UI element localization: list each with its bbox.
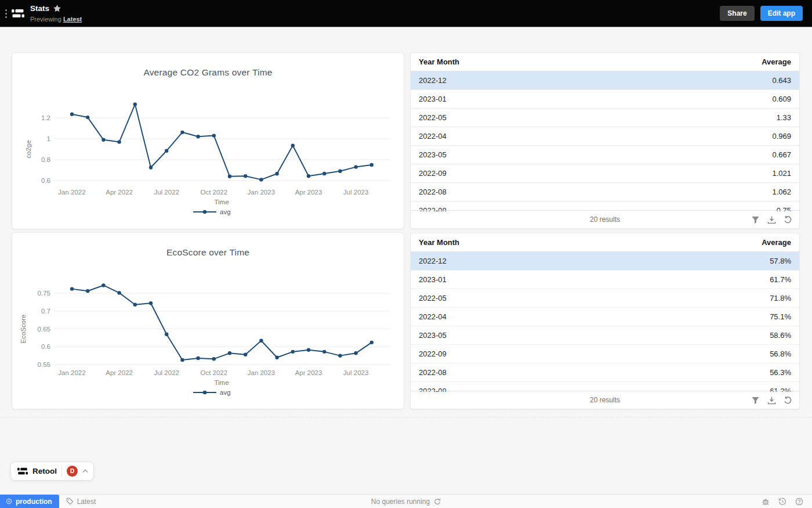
table-header-row: Year Month Average xyxy=(411,53,799,71)
cell-average: 0.609 xyxy=(772,95,791,103)
cell-average: 1.33 xyxy=(777,113,791,122)
svg-text:Oct 2022: Oct 2022 xyxy=(200,369,227,376)
history-icon[interactable] xyxy=(778,498,786,506)
refresh-icon[interactable] xyxy=(784,215,792,224)
kebab-menu-icon[interactable] xyxy=(5,9,7,18)
cell-average: 0.643 xyxy=(772,76,791,85)
table-row[interactable]: 2023-0161.7% xyxy=(411,271,799,289)
download-icon[interactable] xyxy=(767,396,776,405)
table-row[interactable]: 2022-091.021 xyxy=(411,164,799,183)
svg-text:Time: Time xyxy=(214,199,229,206)
co2-table-card: Year Month Average 2022-120.6432023-010.… xyxy=(410,52,800,229)
cell-year-month: 2023-05 xyxy=(419,150,447,159)
svg-text:Jul 2023: Jul 2023 xyxy=(343,189,368,196)
cell-average: 0.667 xyxy=(772,150,791,159)
table-row[interactable]: 2023-050.667 xyxy=(411,146,799,164)
ecoscore-chart-card: 0.750.70.650.60.55Jan 2022Apr 2022Jul 20… xyxy=(12,232,404,409)
column-header-average[interactable]: Average xyxy=(762,238,791,247)
table-row[interactable]: 2023-0558.6% xyxy=(411,326,799,345)
avatar[interactable]: D xyxy=(67,466,78,477)
svg-text:Time: Time xyxy=(214,379,229,386)
svg-text:Jan 2022: Jan 2022 xyxy=(58,189,85,196)
table-body: 2022-120.6432023-010.6092022-051.332022-… xyxy=(411,71,799,211)
header-right-group: Share Edit app xyxy=(720,6,812,21)
table-row[interactable]: 2022-0956.8% xyxy=(411,345,799,363)
tag-icon xyxy=(66,498,74,505)
filter-icon[interactable] xyxy=(751,396,760,405)
cell-average: 56.8% xyxy=(770,350,791,358)
status-bar: production Latest No queries running xyxy=(0,494,812,508)
canvas-divider xyxy=(0,417,812,417)
cell-average: 71.8% xyxy=(770,294,791,302)
chart-title: EcoScore over Time xyxy=(12,247,404,258)
column-header-average[interactable]: Average xyxy=(762,57,791,66)
table-row[interactable]: 2022-081.062 xyxy=(411,183,799,201)
header-left-group: Stats Previewing Latest xyxy=(0,3,82,24)
environment-label: production xyxy=(16,498,52,506)
cell-average: 56.3% xyxy=(770,368,791,377)
share-button[interactable]: Share xyxy=(720,6,754,21)
download-icon[interactable] xyxy=(767,215,776,224)
table-row[interactable]: 2022-1257.8% xyxy=(411,252,799,271)
co2-chart-card: 1.210.80.6Jan 2022Apr 2022Jul 2022Oct 20… xyxy=(12,52,404,229)
svg-text:avg: avg xyxy=(220,389,231,396)
pill-divider xyxy=(61,466,62,477)
cell-year-month: 2022-09 xyxy=(419,169,447,178)
table-row[interactable]: 2022-0571.8% xyxy=(411,289,799,308)
version-tag[interactable]: Latest xyxy=(66,498,96,506)
queries-refresh-icon xyxy=(434,498,441,505)
app-canvas: 1.210.80.6Jan 2022Apr 2022Jul 2022Oct 20… xyxy=(0,27,812,494)
svg-text:Oct 2022: Oct 2022 xyxy=(200,189,227,196)
table-body: 2022-1257.8%2023-0161.7%2022-0571.8%2022… xyxy=(411,252,799,392)
table-row[interactable]: 2022-120.643 xyxy=(411,71,799,90)
svg-text:0.55: 0.55 xyxy=(38,361,50,368)
favorite-star-icon[interactable] xyxy=(53,3,61,15)
svg-text:0.6: 0.6 xyxy=(41,177,50,184)
previewing-target-link[interactable]: Latest xyxy=(63,16,82,23)
environment-badge[interactable]: production xyxy=(0,495,59,508)
chevron-up-icon[interactable] xyxy=(82,469,88,473)
cell-year-month: 2022-12 xyxy=(419,76,447,85)
table-row[interactable]: 2023-010.609 xyxy=(411,90,799,109)
svg-text:Apr 2023: Apr 2023 xyxy=(295,369,322,376)
svg-text:Apr 2022: Apr 2022 xyxy=(106,369,133,376)
help-icon[interactable] xyxy=(795,498,803,506)
table-row[interactable]: 2022-0475.1% xyxy=(411,308,799,326)
retool-brand-label: Retool xyxy=(32,467,57,475)
table-header-row: Year Month Average xyxy=(411,233,799,252)
debug-bug-icon[interactable] xyxy=(762,498,770,506)
svg-text:Jan 2022: Jan 2022 xyxy=(58,369,85,376)
retool-badge[interactable]: Retool D xyxy=(10,462,94,481)
ecoscore-table-card: Year Month Average 2022-1257.8%2023-0161… xyxy=(410,233,800,409)
table-row[interactable]: 2022-051.33 xyxy=(411,109,799,127)
svg-text:Jul 2022: Jul 2022 xyxy=(154,369,179,376)
results-count: 20 results xyxy=(411,215,799,224)
filter-icon[interactable] xyxy=(751,215,760,224)
cell-year-month: 2022-05 xyxy=(419,113,447,122)
table-row[interactable]: 2022-0856.3% xyxy=(411,363,799,382)
column-header-year-month[interactable]: Year Month xyxy=(419,238,459,247)
cell-average: 75.1% xyxy=(770,312,791,321)
edit-app-button[interactable]: Edit app xyxy=(760,6,803,21)
table-actions xyxy=(751,215,799,224)
environment-gear-icon xyxy=(6,498,12,505)
status-bar-actions xyxy=(762,498,812,506)
svg-text:0.7: 0.7 xyxy=(41,308,50,315)
retool-logo-icon[interactable] xyxy=(12,9,24,19)
table-row[interactable]: 2022-040.969 xyxy=(411,127,799,146)
page-title: Stats xyxy=(30,4,49,14)
cell-average: 1.062 xyxy=(772,188,791,196)
refresh-icon[interactable] xyxy=(784,396,792,405)
svg-text:co2ge: co2ge xyxy=(25,140,32,158)
svg-text:Jan 2023: Jan 2023 xyxy=(248,189,275,196)
queries-status-text: No queries running xyxy=(371,498,430,506)
cell-year-month: 2022-04 xyxy=(419,312,447,321)
retool-logo-icon xyxy=(17,467,28,475)
co2-line-chart: 1.210.80.6Jan 2022Apr 2022Jul 2022Oct 20… xyxy=(12,53,405,230)
column-header-year-month[interactable]: Year Month xyxy=(419,57,459,66)
cell-average: 57.8% xyxy=(770,257,791,265)
previewing-label: Previewing xyxy=(30,16,61,23)
queries-status: No queries running xyxy=(0,498,812,506)
svg-text:0.6: 0.6 xyxy=(41,343,50,350)
svg-text:0.8: 0.8 xyxy=(41,156,50,163)
